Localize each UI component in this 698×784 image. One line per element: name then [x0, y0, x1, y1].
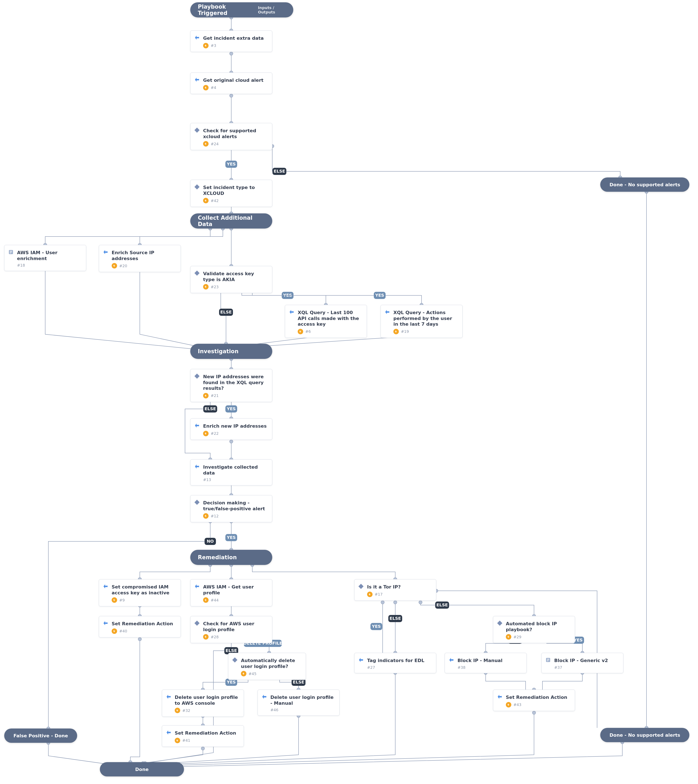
task-title: Is it a Tor IP? [367, 584, 431, 590]
svg-rect-5 [219, 309, 233, 316]
task-id: #43 [514, 702, 522, 707]
task-title: XQL Query - Actions performed by the use… [393, 310, 457, 327]
task-id: #45 [249, 672, 257, 676]
bolt-icon [203, 141, 209, 147]
bolt-icon [203, 85, 209, 91]
svg-rect-20 [194, 184, 200, 189]
task-title: Delete user login profile - Manual [270, 694, 334, 706]
cond-decision-true-false-positive[interactable]: Decision making - true/false-positive al… [190, 495, 272, 522]
playbook-aws-iam-user-enrichment[interactable]: AWS IAM - User enrichment #18 [4, 245, 86, 271]
cond-new-ip-addresses-found[interactable]: New IP addresses were found in the XQL q… [190, 369, 272, 402]
bolt-icon [203, 513, 209, 519]
task-enrich-new-ip-addresses[interactable]: Enrich new IP addresses #22 [190, 418, 272, 440]
bolt-icon [203, 393, 209, 399]
task-icon [194, 423, 200, 428]
cond-automated-block-ip[interactable]: Automated block IP playbook? #29 [493, 616, 575, 643]
bolt-icon [367, 591, 372, 597]
task-id: #46 [270, 708, 278, 712]
task-icon [194, 464, 200, 469]
task-id: #21 [211, 394, 219, 398]
edge-label: ELSE [221, 310, 232, 315]
task-aws-iam-get-user-profile[interactable]: AWS IAM - Get user profile #44 [190, 579, 272, 606]
svg-rect-4 [374, 292, 385, 299]
task-id: #18 [17, 263, 25, 267]
task-id: #42 [211, 198, 219, 203]
task-icon [358, 657, 364, 663]
task-enrich-source-ip-addresses[interactable]: Enrich Source IP addresses #20 [99, 245, 181, 272]
task-title: Set Remediation Action [506, 694, 570, 700]
task-set-remediation-action-43[interactable]: Set Remediation Action #43 [493, 690, 575, 711]
task-icon [497, 694, 502, 700]
edge-label: ELSE [226, 648, 237, 653]
condition-icon [232, 657, 237, 663]
cond-check-aws-login-profile[interactable]: Check for AWS user login profile #28 [190, 616, 272, 643]
task-icon [262, 694, 267, 700]
task-set-iam-key-inactive[interactable]: Set compromised IAM access key as inacti… [99, 579, 181, 606]
task-title: Set compromised IAM access key as inacti… [112, 584, 176, 596]
task-title: Decision making - true/false-positive al… [203, 500, 267, 512]
task-investigate-collected-data[interactable]: Investigate collected data #13 [190, 460, 272, 486]
svg-rect-8 [226, 534, 237, 541]
task-icon [194, 35, 200, 40]
task-icon [289, 309, 294, 315]
terminal-false-positive-done[interactable]: False Positive - Done [4, 728, 77, 743]
task-title: Get original cloud alert [203, 77, 267, 83]
playbook-icon [545, 657, 551, 663]
terminal-done[interactable]: Done [100, 762, 184, 776]
cond-validate-access-key-akia[interactable]: Validate access key type is AKIA #23 [190, 266, 272, 293]
condition-icon [358, 584, 364, 589]
svg-rect-1 [226, 161, 237, 168]
section-investigation[interactable]: Investigation [190, 344, 272, 359]
section-playbook-triggered[interactable]: Playbook Triggered Inputs / Outputs [190, 2, 293, 17]
task-icon [166, 694, 171, 700]
svg-rect-23 [194, 374, 200, 379]
cond-auto-delete-login-profile[interactable]: Automatically delete user login profile?… [228, 653, 306, 680]
task-get-original-cloud-alert[interactable]: Get original cloud alert #4 [190, 72, 272, 94]
bolt-icon [241, 671, 246, 676]
task-id: #41 [182, 738, 190, 743]
terminal-done-no-supported-alerts-top[interactable]: Done - No supported alerts [600, 178, 690, 192]
condition-icon [497, 621, 502, 626]
task-title: Automatically delete user login profile? [241, 658, 301, 669]
task-set-remediation-action-40[interactable]: Set Remediation Action #40 [99, 616, 181, 637]
task-get-incident-extra-data[interactable]: Get incident extra data #3 [190, 30, 272, 52]
section-remediation[interactable]: Remediation [190, 550, 272, 565]
task-title: Set Remediation Action [112, 621, 176, 627]
svg-rect-22 [194, 270, 200, 276]
playbook-block-ip-generic-v2[interactable]: Block IP - Generic v2 #37 [542, 653, 623, 673]
edge-label: YES [283, 293, 292, 298]
terminal-label: Done - No supported alerts [609, 733, 680, 738]
edge-label: ELSE [436, 602, 448, 608]
task-id: #24 [211, 142, 219, 146]
section-sub[interactable]: Inputs / Outputs [258, 5, 286, 14]
task-xql-last-100-api-calls[interactable]: XQL Query - Last 100 API calls made with… [285, 305, 367, 338]
cond-set-incident-type-xcloud[interactable]: Set incident type to XCLOUD #42 [190, 180, 272, 207]
task-title: AWS IAM - Get user profile [203, 584, 267, 596]
task-id: #23 [211, 285, 219, 289]
task-set-remediation-action-41[interactable]: Set Remediation Action #41 [162, 725, 244, 747]
svg-rect-7 [203, 405, 217, 412]
svg-rect-25 [194, 621, 200, 626]
edge-label: YES [227, 161, 236, 166]
task-title: Check for AWS user login profile [203, 621, 267, 632]
terminal-done-no-supported-alerts-bottom[interactable]: Done - No supported alerts [600, 728, 690, 742]
task-delete-login-profile-manual[interactable]: Delete user login profile - Manual #46 [258, 690, 339, 716]
task-delete-login-profile-aws[interactable]: Delete user login profile to AWS console… [162, 690, 244, 717]
cond-is-tor-ip[interactable]: Is it a Tor IP? #17 [354, 579, 436, 601]
task-xql-user-actions-7-days[interactable]: XQL Query - Actions performed by the use… [380, 305, 463, 338]
svg-rect-6 [226, 405, 237, 412]
svg-rect-24 [194, 500, 200, 505]
task-tag-indicators-edl[interactable]: Tag indicators for EDL #27 [354, 653, 436, 673]
section-collect-data[interactable]: Collect Additional Data [190, 213, 272, 229]
cond-check-supported-xcloud-alerts[interactable]: Check for supported xcloud alerts #24 [190, 123, 272, 150]
terminal-label: False Positive - Done [13, 733, 68, 738]
task-id: #37 [554, 665, 562, 670]
task-block-ip-manual[interactable]: Block IP - Manual #38 [444, 653, 527, 673]
edge-label: ELSE [274, 169, 285, 174]
task-icon [449, 657, 454, 663]
task-id: #3 [211, 43, 216, 48]
task-id: #20 [119, 264, 127, 268]
task-title: XQL Query - Last 100 API calls made with… [298, 310, 362, 327]
task-icon [385, 309, 390, 315]
task-id: #22 [211, 431, 219, 436]
